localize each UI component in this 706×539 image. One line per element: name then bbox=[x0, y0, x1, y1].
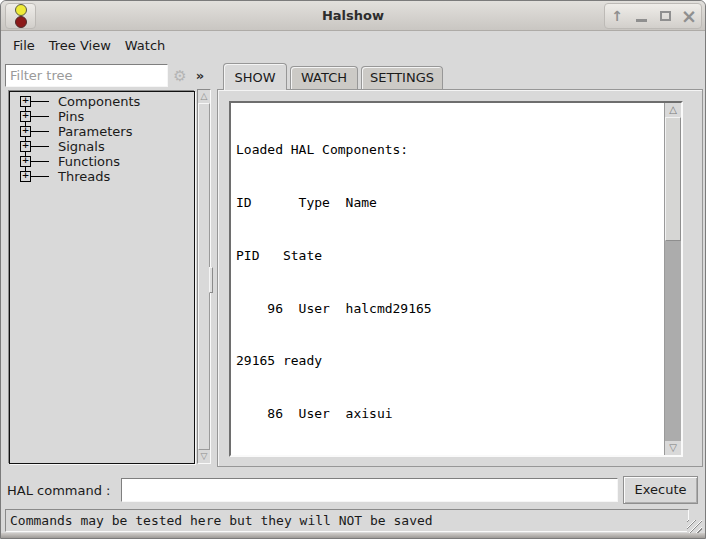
tree-item-label: Parameters bbox=[58, 124, 132, 139]
maximize-button[interactable] bbox=[654, 4, 677, 28]
output-line: 86 User axisui bbox=[236, 405, 664, 423]
output-line: Loaded HAL Components: bbox=[236, 141, 664, 159]
tree-item-parameters[interactable]: + Parameters bbox=[10, 124, 194, 139]
scroll-up-icon[interactable]: △ bbox=[665, 103, 681, 117]
shade-button[interactable]: ↑ bbox=[606, 4, 629, 28]
tree-item-label: Pins bbox=[58, 109, 84, 124]
tab-show[interactable]: SHOW bbox=[223, 63, 287, 90]
expand-plus-icon[interactable]: + bbox=[20, 171, 31, 182]
expand-plus-icon[interactable]: + bbox=[20, 111, 31, 122]
tree-item-functions[interactable]: + Functions bbox=[10, 154, 194, 169]
tree-item-label: Functions bbox=[58, 154, 120, 169]
chevron-right-icon[interactable]: » bbox=[192, 66, 208, 86]
tree-item-components[interactable]: + Components bbox=[10, 94, 194, 109]
title-bar: Halshow ↑ × bbox=[1, 1, 705, 31]
output-line: ID Type Name bbox=[236, 194, 664, 212]
scroll-down-icon[interactable]: ▽ bbox=[665, 441, 681, 455]
scroll-down-icon[interactable]: ▽ bbox=[198, 450, 210, 463]
window-bottom-edge bbox=[1, 533, 705, 538]
tree-item-signals[interactable]: + Signals bbox=[10, 139, 194, 154]
minimize-icon bbox=[636, 19, 647, 22]
menu-bar: File Tree View Watch bbox=[1, 32, 705, 58]
menu-watch[interactable]: Watch bbox=[118, 35, 172, 56]
hal-output-text[interactable]: Loaded HAL Components: ID Type Name PID … bbox=[231, 103, 664, 455]
scroll-up-icon[interactable]: △ bbox=[198, 90, 210, 103]
hal-tree: + Components + Pins + Parameters + Signa… bbox=[9, 91, 195, 464]
hal-command-label: HAL command : bbox=[7, 483, 110, 498]
expand-plus-icon[interactable]: + bbox=[20, 141, 31, 152]
maximize-icon bbox=[660, 11, 671, 21]
expand-plus-icon[interactable]: + bbox=[20, 126, 31, 137]
tree-item-threads[interactable]: + Threads bbox=[10, 169, 194, 184]
menu-file[interactable]: File bbox=[6, 35, 42, 56]
tree-item-label: Components bbox=[58, 94, 140, 109]
tree-item-label: Threads bbox=[58, 169, 110, 184]
status-bar: Commands may be tested here but they wil… bbox=[5, 509, 689, 532]
output-scrollbar-thumb[interactable] bbox=[665, 117, 681, 241]
close-icon: × bbox=[681, 7, 697, 26]
minimize-button[interactable] bbox=[630, 4, 653, 28]
expand-plus-icon[interactable]: + bbox=[20, 156, 31, 167]
show-tab-panel: Loaded HAL Components: ID Type Name PID … bbox=[217, 89, 703, 467]
pane-sash-handle[interactable] bbox=[209, 267, 213, 293]
tab-settings[interactable]: SETTINGS bbox=[361, 66, 443, 89]
output-scrollbar[interactable]: △ ▽ bbox=[664, 103, 681, 455]
hal-output-frame: Loaded HAL Components: ID Type Name PID … bbox=[229, 101, 683, 457]
window-title: Halshow bbox=[1, 8, 705, 23]
tree-item-pins[interactable]: + Pins bbox=[10, 109, 194, 124]
execute-button[interactable]: Execute bbox=[623, 476, 698, 504]
output-line: 96 User halcmd29165 bbox=[236, 300, 664, 318]
menu-tree-view[interactable]: Tree View bbox=[42, 35, 118, 56]
window-controls: ↑ × bbox=[604, 3, 702, 29]
tab-watch[interactable]: WATCH bbox=[290, 66, 358, 89]
expand-plus-icon[interactable]: + bbox=[20, 96, 31, 107]
hal-command-input[interactable] bbox=[121, 478, 618, 502]
output-line: PID State bbox=[236, 247, 664, 265]
gear-icon[interactable]: ⚙ bbox=[170, 66, 190, 86]
shade-icon: ↑ bbox=[611, 8, 623, 24]
filter-tree-input[interactable] bbox=[5, 64, 168, 87]
close-button[interactable]: × bbox=[678, 4, 701, 28]
output-line: 29165 ready bbox=[236, 352, 664, 370]
halshow-window: Halshow ↑ × File Tree View Watch ⚙ » + C… bbox=[0, 0, 706, 539]
tree-item-label: Signals bbox=[58, 139, 105, 154]
